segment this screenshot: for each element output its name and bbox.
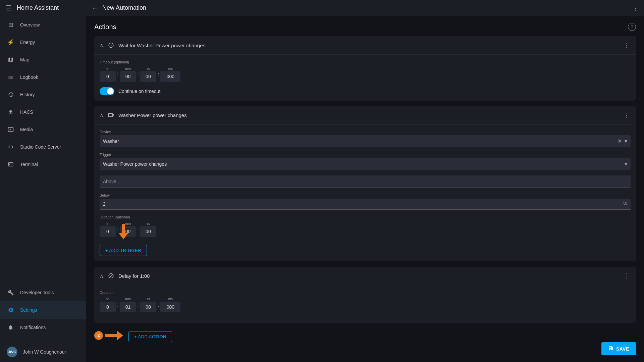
dropdown-icon[interactable]: ▾ [625, 138, 627, 144]
section-title: Actions [94, 23, 116, 31]
sidebar-item-label: HACS [20, 109, 33, 115]
delay-duration-fields: hh 0 : mm 01 : ss 00 : ms [100, 297, 631, 312]
delay-ss[interactable]: 00 [140, 302, 156, 312]
delay-card-icon [106, 271, 116, 280]
sidebar-item-hacs[interactable]: HACS [0, 103, 86, 121]
timeout-hh[interactable]: 0 [100, 71, 116, 82]
main-content: Actions ? ∧ Wait for Washer Power power … [86, 16, 644, 362]
sidebar-item-logbook[interactable]: Logbook [0, 68, 86, 86]
wait-card-header: ∧ Wait for Washer Power power changes ⋮ [94, 36, 636, 54]
washer-card-header: ∧ Washer Power power changes ⋮ [94, 106, 636, 124]
sidebar-divider-2 [0, 339, 86, 339]
washer-card-body: Device Washer ✕ ▾ Trigger Washer Power p… [94, 124, 636, 261]
save-button[interactable]: SAVE [601, 342, 636, 355]
sidebar-item-label: Overview [20, 22, 40, 28]
delay-hh[interactable]: 0 [100, 302, 116, 312]
back-button[interactable]: ← [92, 4, 98, 12]
timeout-label: Timeout (optional) [100, 60, 631, 64]
continue-timeout-label: Continue on timeout [118, 89, 160, 94]
delay-card-menu[interactable]: ⋮ [622, 271, 631, 281]
above-field[interactable]: Above [100, 175, 631, 188]
add-action-button[interactable]: + ADD ACTION [128, 331, 172, 342]
terminal-icon [7, 160, 15, 168]
add-trigger-button[interactable]: + ADD TRIGGER [100, 245, 147, 256]
history-icon [7, 91, 15, 99]
timeout-row: Timeout (optional) hh 0 : mm 00 : ss 00 [100, 60, 631, 82]
continue-timeout-toggle[interactable] [100, 87, 114, 95]
annotation-arrow-down [119, 224, 128, 239]
toggle-knob [107, 88, 114, 95]
wait-card-title: Wait for Washer Power power changes [118, 43, 619, 48]
trigger-label: Trigger [100, 153, 631, 157]
timeout-fields: hh 0 : mm 00 : ss 00 : ms [100, 67, 631, 82]
delay-ms[interactable]: 000 [160, 302, 180, 312]
wait-card-body: Timeout (optional) hh 0 : mm 00 : ss 00 [94, 54, 636, 101]
duration-ss[interactable]: 00 [140, 226, 156, 237]
save-label: SAVE [616, 346, 629, 352]
washer-card-menu[interactable]: ⋮ [622, 110, 631, 120]
add-trigger-container: + ADD TRIGGER [100, 242, 147, 256]
overview-icon: ⊞ [7, 21, 15, 29]
trigger-select-icon: ▾ [625, 161, 627, 167]
dev-tools-icon [7, 289, 15, 297]
clear-icon[interactable]: ✕ [618, 138, 622, 144]
notifications-icon [7, 323, 15, 331]
hamburger-icon[interactable]: ☰ [5, 4, 11, 12]
section-header: Actions ? [94, 23, 636, 31]
trigger-dropdown-icon[interactable]: ▾ [625, 161, 627, 167]
sidebar-item-overview[interactable]: ⊞ Overview [0, 16, 86, 34]
arrow-down-body [122, 224, 125, 233]
delay-card-body: Duration hh 0 : mm 01 : ss 00 [94, 285, 636, 323]
timeout-ms[interactable]: 000 [160, 71, 180, 82]
top-bar-center: ← New Automation [92, 4, 632, 12]
annotation-badge: 2 [94, 331, 103, 340]
hacs-icon [7, 108, 15, 116]
sidebar-item-notifications[interactable]: Notifications [0, 319, 86, 336]
help-icon[interactable]: ? [628, 23, 636, 31]
timeout-ss[interactable]: 00 [140, 71, 156, 82]
delay-card-title: Delay for 1:00 [118, 273, 619, 279]
duration-row: Duration (optional) hh 0 : mm 00 : ss 00 [100, 215, 631, 237]
sidebar-bottom: Developer Tools Settings Notifications J… [0, 278, 86, 362]
add-action-row: 2 + ADD ACTION [94, 328, 636, 342]
sidebar-item-label: Media [20, 127, 33, 132]
sidebar-item-label: Map [20, 57, 29, 62]
sidebar-item-energy[interactable]: ⚡ Energy [0, 34, 86, 51]
sidebar-item-developer-tools[interactable]: Developer Tools [0, 284, 86, 301]
delay-card-chevron[interactable]: ∧ [100, 273, 104, 279]
timeout-mm[interactable]: 00 [120, 71, 136, 82]
annotation-arrow-right: 2 [94, 331, 123, 340]
logbook-icon [7, 73, 15, 81]
save-icon [608, 346, 613, 352]
washer-card: ∧ Washer Power power changes ⋮ Device Wa… [94, 106, 636, 261]
arrow-head [117, 331, 123, 340]
wait-card-menu[interactable]: ⋮ [622, 40, 631, 50]
below-unit: W [624, 202, 627, 206]
sidebar-divider [0, 281, 86, 281]
wait-card-icon [106, 41, 116, 50]
washer-card-chevron[interactable]: ∧ [100, 112, 104, 118]
sidebar-item-map[interactable]: Map [0, 51, 86, 68]
sidebar-item-label: Energy [20, 40, 35, 45]
duration-label: Duration (optional) [100, 215, 631, 219]
above-label: Above [103, 179, 116, 184]
sidebar-item-history[interactable]: History [0, 86, 86, 103]
user-name: John W Goughenour [23, 349, 66, 355]
sidebar: ⊞ Overview ⚡ Energy Map Logbook History … [0, 16, 86, 362]
duration-hh[interactable]: 0 [100, 226, 116, 237]
sidebar-user-profile[interactable]: JWG John W Goughenour [0, 342, 86, 362]
device-select[interactable]: Washer ✕ ▾ [100, 135, 631, 147]
below-input[interactable]: 2 W [100, 199, 631, 210]
delay-mm[interactable]: 01 [120, 302, 136, 312]
sidebar-item-studio-code[interactable]: Studio Code Server [0, 138, 86, 156]
sidebar-item-media[interactable]: Media [0, 121, 86, 138]
page-title: New Automation [102, 4, 146, 11]
wait-card-chevron[interactable]: ∧ [100, 42, 104, 49]
sidebar-item-terminal[interactable]: Terminal [0, 156, 86, 173]
continue-timeout-row: Continue on timeout [100, 87, 631, 95]
trigger-select[interactable]: Washer Power power changes ▾ [100, 158, 631, 170]
washer-card-title: Washer Power power changes [118, 112, 619, 118]
wait-card: ∧ Wait for Washer Power power changes ⋮ … [94, 36, 636, 101]
top-bar-more-icon[interactable]: ⋮ [632, 4, 639, 12]
sidebar-item-settings[interactable]: Settings [0, 301, 86, 319]
